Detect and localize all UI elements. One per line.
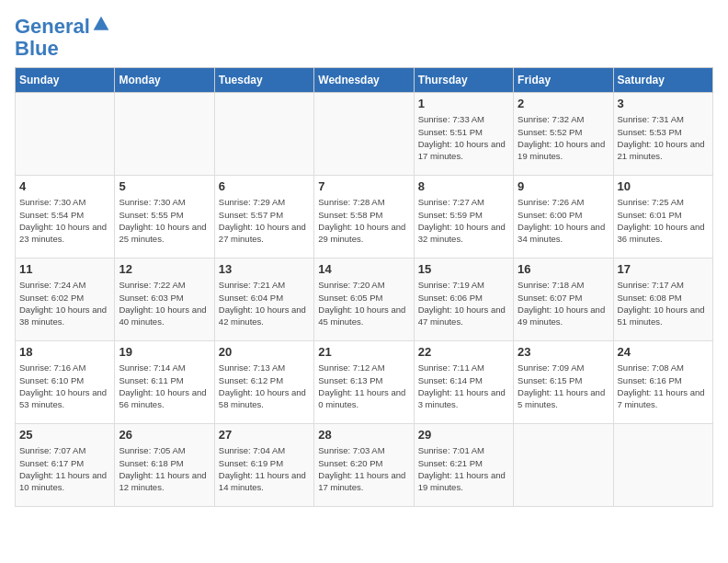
day-cell: 19Sunrise: 7:14 AM Sunset: 6:11 PM Dayli… (115, 341, 214, 424)
week-row-1: 4Sunrise: 7:30 AM Sunset: 5:54 PM Daylig… (16, 176, 713, 259)
day-info: Sunrise: 7:29 AM Sunset: 5:57 PM Dayligh… (219, 196, 310, 245)
day-number: 29 (418, 428, 509, 442)
day-info: Sunrise: 7:28 AM Sunset: 5:58 PM Dayligh… (318, 196, 409, 245)
header-cell-sunday: Sunday (16, 68, 115, 93)
day-number: 5 (119, 179, 210, 193)
day-info: Sunrise: 7:04 AM Sunset: 6:19 PM Dayligh… (219, 444, 310, 493)
day-cell: 12Sunrise: 7:22 AM Sunset: 6:03 PM Dayli… (115, 259, 214, 341)
day-number: 24 (618, 345, 709, 359)
day-cell: 29Sunrise: 7:01 AM Sunset: 6:21 PM Dayli… (414, 424, 513, 507)
day-info: Sunrise: 7:27 AM Sunset: 5:59 PM Dayligh… (418, 196, 509, 245)
day-cell (613, 424, 712, 507)
day-info: Sunrise: 7:14 AM Sunset: 6:11 PM Dayligh… (119, 362, 210, 410)
day-number: 7 (318, 179, 409, 193)
day-number: 18 (19, 345, 110, 359)
day-cell: 6Sunrise: 7:29 AM Sunset: 5:57 PM Daylig… (214, 176, 313, 259)
day-info: Sunrise: 7:20 AM Sunset: 6:05 PM Dayligh… (318, 279, 409, 327)
day-info: Sunrise: 7:07 AM Sunset: 6:17 PM Dayligh… (19, 444, 110, 493)
calendar-table: SundayMondayTuesdayWednesdayThursdayFrid… (15, 67, 713, 507)
day-cell: 26Sunrise: 7:05 AM Sunset: 6:18 PM Dayli… (115, 424, 214, 507)
header-cell-tuesday: Tuesday (214, 68, 313, 93)
day-cell: 21Sunrise: 7:12 AM Sunset: 6:13 PM Dayli… (314, 341, 414, 424)
day-number: 23 (518, 345, 609, 359)
logo-text: GeneralBlue (15, 15, 110, 60)
day-cell: 18Sunrise: 7:16 AM Sunset: 6:10 PM Dayli… (16, 341, 115, 424)
day-cell (214, 93, 313, 176)
day-cell: 24Sunrise: 7:08 AM Sunset: 6:16 PM Dayli… (613, 341, 712, 424)
day-number: 4 (19, 179, 110, 193)
day-cell: 16Sunrise: 7:18 AM Sunset: 6:07 PM Dayli… (514, 259, 613, 341)
header-cell-thursday: Thursday (414, 68, 513, 93)
day-number: 27 (219, 428, 310, 442)
day-info: Sunrise: 7:12 AM Sunset: 6:13 PM Dayligh… (318, 362, 409, 410)
day-number: 19 (119, 345, 210, 359)
header-cell-wednesday: Wednesday (314, 68, 414, 93)
day-cell: 7Sunrise: 7:28 AM Sunset: 5:58 PM Daylig… (314, 176, 414, 259)
day-number: 20 (219, 345, 310, 359)
header-cell-saturday: Saturday (613, 68, 712, 93)
day-number: 2 (518, 97, 609, 110)
day-info: Sunrise: 7:25 AM Sunset: 6:01 PM Dayligh… (618, 196, 709, 245)
day-cell: 17Sunrise: 7:17 AM Sunset: 6:08 PM Dayli… (613, 259, 712, 341)
day-info: Sunrise: 7:32 AM Sunset: 5:52 PM Dayligh… (518, 113, 609, 162)
day-cell: 5Sunrise: 7:30 AM Sunset: 5:55 PM Daylig… (115, 176, 214, 259)
calendar-body: 1Sunrise: 7:33 AM Sunset: 5:51 PM Daylig… (16, 93, 713, 507)
day-info: Sunrise: 7:18 AM Sunset: 6:07 PM Dayligh… (518, 279, 609, 327)
day-cell: 22Sunrise: 7:11 AM Sunset: 6:14 PM Dayli… (414, 341, 513, 424)
day-cell: 14Sunrise: 7:20 AM Sunset: 6:05 PM Dayli… (314, 259, 414, 341)
day-info: Sunrise: 7:09 AM Sunset: 6:15 PM Dayligh… (518, 362, 609, 410)
day-number: 3 (618, 97, 709, 110)
day-number: 16 (518, 262, 609, 276)
day-number: 26 (119, 428, 210, 442)
day-cell: 1Sunrise: 7:33 AM Sunset: 5:51 PM Daylig… (414, 93, 513, 176)
day-cell: 11Sunrise: 7:24 AM Sunset: 6:02 PM Dayli… (16, 259, 115, 341)
day-number: 25 (19, 428, 110, 442)
day-info: Sunrise: 7:30 AM Sunset: 5:54 PM Dayligh… (19, 196, 110, 245)
week-row-2: 11Sunrise: 7:24 AM Sunset: 6:02 PM Dayli… (16, 259, 713, 341)
day-info: Sunrise: 7:05 AM Sunset: 6:18 PM Dayligh… (119, 444, 210, 493)
day-info: Sunrise: 7:03 AM Sunset: 6:20 PM Dayligh… (318, 444, 409, 493)
day-cell: 2Sunrise: 7:32 AM Sunset: 5:52 PM Daylig… (514, 93, 613, 176)
week-row-0: 1Sunrise: 7:33 AM Sunset: 5:51 PM Daylig… (16, 93, 713, 176)
page-header: GeneralBlue (15, 15, 713, 60)
day-info: Sunrise: 7:13 AM Sunset: 6:12 PM Dayligh… (219, 362, 310, 410)
day-cell: 28Sunrise: 7:03 AM Sunset: 6:20 PM Dayli… (314, 424, 414, 507)
day-cell (514, 424, 613, 507)
day-info: Sunrise: 7:21 AM Sunset: 6:04 PM Dayligh… (219, 279, 310, 327)
day-cell: 10Sunrise: 7:25 AM Sunset: 6:01 PM Dayli… (613, 176, 712, 259)
day-cell (115, 93, 214, 176)
day-info: Sunrise: 7:08 AM Sunset: 6:16 PM Dayligh… (618, 362, 709, 410)
svg-marker-0 (94, 17, 109, 30)
logo: GeneralBlue (15, 15, 110, 60)
week-row-4: 25Sunrise: 7:07 AM Sunset: 6:17 PM Dayli… (16, 424, 713, 507)
day-cell: 9Sunrise: 7:26 AM Sunset: 6:00 PM Daylig… (514, 176, 613, 259)
day-number: 8 (418, 179, 509, 193)
day-info: Sunrise: 7:16 AM Sunset: 6:10 PM Dayligh… (19, 362, 110, 410)
week-row-3: 18Sunrise: 7:16 AM Sunset: 6:10 PM Dayli… (16, 341, 713, 424)
day-cell (314, 93, 414, 176)
day-cell: 15Sunrise: 7:19 AM Sunset: 6:06 PM Dayli… (414, 259, 513, 341)
day-cell: 8Sunrise: 7:27 AM Sunset: 5:59 PM Daylig… (414, 176, 513, 259)
day-number: 14 (318, 262, 409, 276)
day-info: Sunrise: 7:31 AM Sunset: 5:53 PM Dayligh… (618, 113, 709, 162)
day-number: 9 (518, 179, 609, 193)
day-number: 1 (418, 97, 509, 110)
day-cell: 25Sunrise: 7:07 AM Sunset: 6:17 PM Dayli… (16, 424, 115, 507)
day-info: Sunrise: 7:26 AM Sunset: 6:00 PM Dayligh… (518, 196, 609, 245)
day-info: Sunrise: 7:11 AM Sunset: 6:14 PM Dayligh… (418, 362, 509, 410)
header-cell-friday: Friday (514, 68, 613, 93)
day-info: Sunrise: 7:17 AM Sunset: 6:08 PM Dayligh… (618, 279, 709, 327)
day-cell: 4Sunrise: 7:30 AM Sunset: 5:54 PM Daylig… (16, 176, 115, 259)
day-number: 15 (418, 262, 509, 276)
day-cell: 27Sunrise: 7:04 AM Sunset: 6:19 PM Dayli… (214, 424, 313, 507)
calendar-header: SundayMondayTuesdayWednesdayThursdayFrid… (16, 68, 713, 93)
day-number: 17 (618, 262, 709, 276)
day-info: Sunrise: 7:01 AM Sunset: 6:21 PM Dayligh… (418, 444, 509, 493)
day-number: 28 (318, 428, 409, 442)
day-number: 11 (19, 262, 110, 276)
logo-icon (92, 15, 110, 33)
header-cell-monday: Monday (115, 68, 214, 93)
day-number: 22 (418, 345, 509, 359)
day-cell: 13Sunrise: 7:21 AM Sunset: 6:04 PM Dayli… (214, 259, 313, 341)
day-cell: 20Sunrise: 7:13 AM Sunset: 6:12 PM Dayli… (214, 341, 313, 424)
